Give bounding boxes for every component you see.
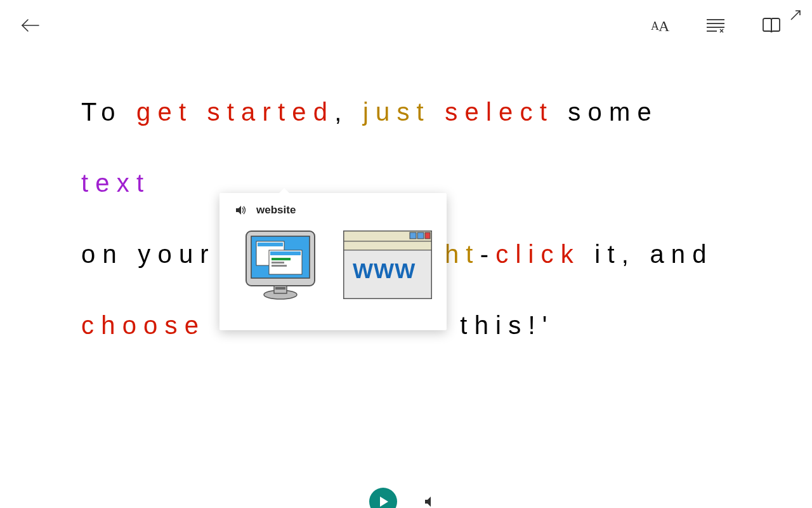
- punct: ,: [334, 98, 348, 126]
- word[interactable]: it: [594, 240, 621, 268]
- svg-rect-15: [272, 262, 284, 264]
- picture-dictionary-popup: website: [219, 193, 447, 330]
- word[interactable]: started: [207, 98, 335, 126]
- picture-dictionary-button[interactable]: [759, 13, 784, 38]
- popup-word-label: website: [256, 204, 296, 217]
- svg-rect-24: [425, 232, 430, 239]
- svg-rect-22: [410, 232, 416, 239]
- word[interactable]: click: [495, 240, 580, 268]
- word[interactable]: choose: [81, 311, 206, 339]
- speak-icon[interactable]: [233, 203, 247, 217]
- word[interactable]: some: [568, 98, 658, 126]
- playback-controls: [0, 488, 812, 508]
- punct: ,: [622, 240, 636, 268]
- popup-header: website: [219, 193, 447, 222]
- word[interactable]: your: [138, 240, 216, 268]
- volume-button[interactable]: [417, 489, 443, 508]
- svg-rect-16: [272, 265, 287, 267]
- word[interactable]: just: [363, 98, 431, 126]
- word[interactable]: and: [650, 240, 713, 268]
- svg-text:A: A: [658, 18, 670, 34]
- svg-rect-13: [270, 251, 301, 255]
- word[interactable]: this: [460, 311, 528, 339]
- svg-rect-11: [258, 243, 283, 246]
- text-settings-button[interactable]: A A: [647, 13, 672, 38]
- punct: -: [480, 240, 496, 268]
- toolbar-right: A A: [647, 13, 794, 38]
- svg-text:WWW: WWW: [353, 258, 416, 283]
- word[interactable]: text: [81, 169, 150, 197]
- svg-rect-23: [417, 232, 424, 239]
- svg-marker-28: [380, 497, 388, 507]
- popup-images: WWW: [219, 222, 447, 316]
- word[interactable]: To: [81, 98, 122, 126]
- back-button[interactable]: [18, 13, 43, 38]
- svg-rect-25: [344, 241, 431, 250]
- svg-rect-19: [275, 287, 285, 290]
- svg-rect-14: [272, 258, 291, 260]
- toolbar-left: [18, 13, 43, 38]
- toolbar: A A: [0, 0, 812, 51]
- popup-image-computer: [240, 224, 321, 305]
- punct: !': [528, 311, 554, 339]
- grammar-options-button[interactable]: [703, 13, 728, 38]
- word[interactable]: get: [136, 98, 193, 126]
- play-button[interactable]: [369, 488, 397, 508]
- word[interactable]: select: [445, 98, 554, 126]
- popup-image-browser: WWW: [340, 224, 435, 305]
- word[interactable]: on: [81, 240, 124, 268]
